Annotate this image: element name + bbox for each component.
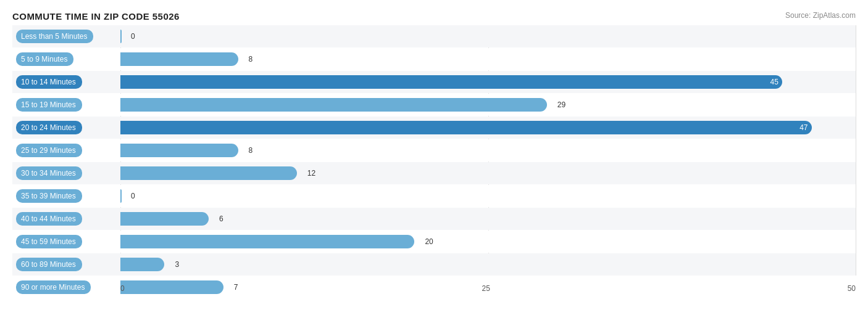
table-row: 30 to 34 Minutes12 <box>12 162 856 184</box>
bar-track: 8 <box>120 139 856 162</box>
bar-label-tag: 45 to 59 Minutes <box>16 235 82 248</box>
table-row: Less than 5 Minutes0 <box>12 25 856 47</box>
bar-fill <box>120 144 238 157</box>
bar-track: 0 <box>120 185 856 207</box>
bar-track: 0 <box>120 25 856 47</box>
bar-track: 47 <box>120 117 856 139</box>
bar-label-tag: 90 or more Minutes <box>16 280 91 294</box>
x-axis-label: 0 <box>120 284 125 293</box>
bar-label-tag: 15 to 19 Minutes <box>16 98 82 112</box>
bar-label: 40 to 44 Minutes <box>12 212 120 226</box>
bar-label: 90 or more Minutes <box>12 280 120 294</box>
bar-label-tag: 25 to 29 Minutes <box>16 144 82 157</box>
bar-label-tag: 60 to 89 Minutes <box>16 258 82 271</box>
bar-fill <box>120 235 414 248</box>
bar-fill <box>120 258 164 271</box>
bar-value: 12 <box>304 169 315 178</box>
bar-label: 25 to 29 Minutes <box>12 144 120 157</box>
bar-value: 29 <box>554 100 565 109</box>
bar-label: 15 to 19 Minutes <box>12 98 120 112</box>
bar-track: 3 <box>120 253 856 276</box>
bar-label-tag: 10 to 14 Minutes <box>16 75 82 89</box>
bar-fill <box>120 30 122 43</box>
bar-label-tag: 40 to 44 Minutes <box>16 212 82 226</box>
bar-label-tag: Less than 5 Minutes <box>16 30 93 43</box>
bar-fill <box>120 189 122 203</box>
bar-label-tag: 35 to 39 Minutes <box>16 189 82 203</box>
chart-title: COMMUTE TIME IN ZIP CODE 55026 <box>12 11 856 22</box>
bar-label: 60 to 89 Minutes <box>12 258 120 271</box>
bar-label: 30 to 34 Minutes <box>12 166 120 180</box>
table-row: 60 to 89 Minutes3 <box>12 253 856 276</box>
bar-value: 0 <box>128 192 135 200</box>
table-row: 45 to 59 Minutes20 <box>12 231 856 253</box>
bar-fill: 45 <box>120 75 782 89</box>
chart-container: COMMUTE TIME IN ZIP CODE 55026 Source: Z… <box>0 0 868 323</box>
bar-track: 45 <box>120 71 856 93</box>
bar-value: 0 <box>128 32 135 41</box>
bar-label: Less than 5 Minutes <box>12 30 120 43</box>
bar-fill <box>120 52 238 66</box>
source-label: Source: ZipAtlas.com <box>785 11 856 20</box>
bars-container: Less than 5 Minutes05 to 9 Minutes810 to… <box>12 25 856 298</box>
bar-track: 6 <box>120 208 856 230</box>
bar-value: 3 <box>172 260 179 269</box>
bar-fill <box>120 98 547 112</box>
bar-label: 10 to 14 Minutes <box>12 75 120 89</box>
bar-fill: 47 <box>120 121 812 134</box>
bar-label: 35 to 39 Minutes <box>12 189 120 203</box>
bar-track: 8 <box>120 48 856 70</box>
bar-track: 12 <box>120 162 856 184</box>
table-row: 5 to 9 Minutes8 <box>12 48 856 70</box>
chart-area: Less than 5 Minutes05 to 9 Minutes810 to… <box>12 25 856 276</box>
x-axis-label: 50 <box>848 284 856 293</box>
bar-fill <box>120 166 297 180</box>
bar-label: 20 to 24 Minutes <box>12 121 120 134</box>
bar-value: 8 <box>246 146 253 155</box>
bar-track: 20 <box>120 231 856 253</box>
bar-value: 8 <box>246 55 253 63</box>
table-row: 25 to 29 Minutes8 <box>12 139 856 162</box>
table-row: 35 to 39 Minutes0 <box>12 185 856 207</box>
bar-value: 47 <box>799 123 807 132</box>
bar-label: 5 to 9 Minutes <box>12 52 120 66</box>
bar-value: 20 <box>422 237 433 246</box>
table-row: 10 to 14 Minutes45 <box>12 71 856 93</box>
bar-label-tag: 20 to 24 Minutes <box>16 121 82 134</box>
bar-value: 45 <box>770 78 778 86</box>
bar-track: 29 <box>120 94 856 116</box>
bar-value: 6 <box>216 215 223 223</box>
table-row: 40 to 44 Minutes6 <box>12 208 856 230</box>
table-row: 20 to 24 Minutes47 <box>12 117 856 139</box>
bar-fill <box>120 212 209 226</box>
x-axis: 02550 <box>120 284 856 293</box>
x-axis-label: 25 <box>482 284 490 293</box>
bar-label: 45 to 59 Minutes <box>12 235 120 248</box>
table-row: 15 to 19 Minutes29 <box>12 94 856 116</box>
bar-label-tag: 30 to 34 Minutes <box>16 166 82 180</box>
bar-label-tag: 5 to 9 Minutes <box>16 52 73 66</box>
